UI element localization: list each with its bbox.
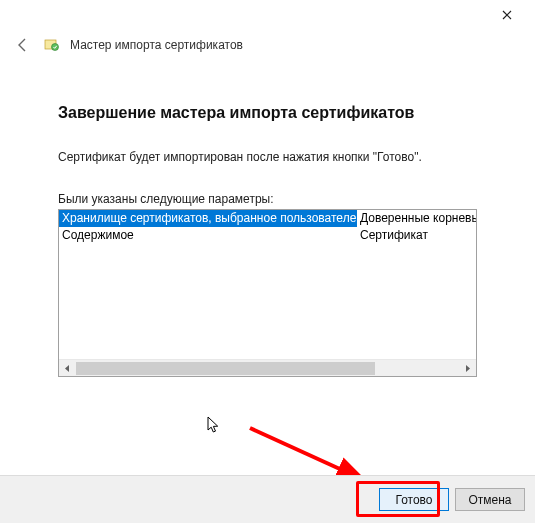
scroll-track[interactable] — [76, 360, 459, 376]
cell-param-value: Сертификат — [357, 227, 476, 244]
info-text: Сертификат будет импортирован после нажа… — [58, 150, 477, 164]
cancel-button[interactable]: Отмена — [455, 488, 525, 511]
table-row[interactable]: Хранилище сертификатов, выбранное пользо… — [59, 210, 476, 227]
close-button[interactable] — [487, 1, 527, 29]
params-label: Были указаны следующие параметры: — [58, 192, 477, 206]
cell-param-name: Хранилище сертификатов, выбранное пользо… — [59, 210, 357, 227]
certificate-wizard-icon — [44, 37, 60, 53]
horizontal-scrollbar[interactable] — [59, 359, 476, 376]
scroll-right-button[interactable] — [459, 360, 476, 376]
cursor-icon — [207, 416, 223, 436]
table-row[interactable]: Содержимое Сертификат — [59, 227, 476, 244]
wizard-title: Мастер импорта сертификатов — [70, 38, 243, 52]
cell-param-value: Доверенные корневые цен — [357, 210, 476, 227]
cell-param-name: Содержимое — [59, 227, 357, 244]
finish-button[interactable]: Готово — [379, 488, 449, 511]
back-button[interactable] — [12, 34, 34, 56]
scroll-thumb[interactable] — [76, 362, 375, 375]
button-bar: Готово Отмена — [0, 475, 535, 523]
scroll-left-button[interactable] — [59, 360, 76, 376]
summary-listbox[interactable]: Хранилище сертификатов, выбранное пользо… — [58, 209, 477, 377]
page-heading: Завершение мастера импорта сертификатов — [58, 104, 477, 122]
svg-line-2 — [250, 428, 364, 480]
svg-point-1 — [52, 44, 59, 51]
